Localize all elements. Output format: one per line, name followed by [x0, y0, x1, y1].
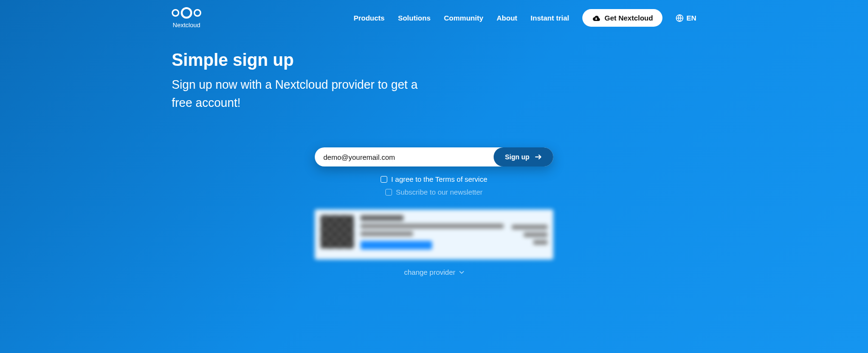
language-selector[interactable]: EN: [676, 14, 696, 22]
page-title: Simple sign up: [172, 50, 696, 70]
provider-thumbnail: [320, 215, 354, 249]
top-nav: Products Solutions Community About Insta…: [353, 9, 696, 27]
language-label: EN: [686, 14, 696, 22]
nav-instant-trial[interactable]: Instant trial: [531, 14, 569, 22]
signup-form: Sign up: [315, 147, 553, 166]
nav-solutions[interactable]: Solutions: [398, 14, 430, 22]
change-provider-link[interactable]: change provider: [404, 268, 464, 276]
nav-community[interactable]: Community: [444, 14, 484, 22]
terms-label[interactable]: I agree to the Terms of service: [391, 175, 487, 183]
newsletter-checkbox-row: Subscribe to our newsletter: [385, 188, 483, 196]
provider-meta: [512, 215, 548, 254]
terms-checkbox[interactable]: [381, 176, 387, 183]
page-subtitle: Sign up now with a Nextcloud provider to…: [172, 76, 429, 112]
globe-icon: [676, 14, 683, 22]
signup-button[interactable]: Sign up: [494, 147, 553, 166]
brand-name: Nextcloud: [173, 21, 200, 29]
arrow-right-icon: [535, 154, 542, 160]
signup-button-label: Sign up: [505, 153, 529, 161]
provider-info: [361, 215, 505, 254]
change-provider-label: change provider: [404, 268, 455, 276]
get-button-label: Get Nextcloud: [604, 14, 653, 22]
nav-about[interactable]: About: [496, 14, 517, 22]
email-input[interactable]: [315, 147, 494, 166]
logo-circles-icon: [172, 7, 201, 19]
terms-checkbox-row: I agree to the Terms of service: [381, 175, 487, 183]
provider-card[interactable]: [315, 209, 553, 260]
newsletter-label[interactable]: Subscribe to our newsletter: [396, 188, 483, 196]
brand-logo[interactable]: Nextcloud: [172, 7, 201, 29]
chevron-down-icon: [459, 271, 464, 274]
cloud-download-icon: [592, 15, 600, 21]
nav-products[interactable]: Products: [353, 14, 384, 22]
get-nextcloud-button[interactable]: Get Nextcloud: [582, 9, 662, 27]
newsletter-checkbox[interactable]: [385, 189, 392, 196]
